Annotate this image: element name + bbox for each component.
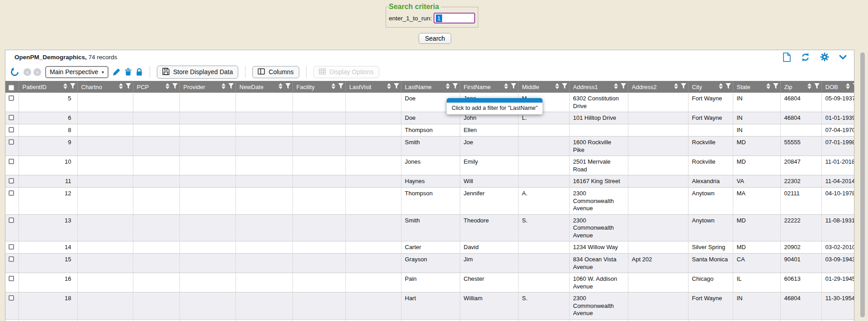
sort-icon[interactable]: [846, 83, 850, 90]
column-header-State[interactable]: State: [733, 81, 780, 93]
select-all-checkbox[interactable]: [9, 85, 14, 90]
sort-icon[interactable]: [766, 83, 770, 90]
row-checkbox[interactable]: [9, 256, 14, 262]
table-row: 5DoeJaneM.6302 Constitution DriveFort Wa…: [5, 93, 854, 112]
filter-icon[interactable]: [338, 83, 344, 90]
filter-icon[interactable]: [773, 83, 778, 90]
row-checkbox[interactable]: [9, 159, 14, 164]
column-header-Address1[interactable]: Address1: [569, 81, 628, 93]
sort-icon[interactable]: [387, 83, 391, 90]
filter-icon[interactable]: [70, 83, 75, 90]
enter-1-to-run-input[interactable]: 1: [434, 13, 475, 24]
filter-icon[interactable]: [285, 83, 291, 90]
cell-PCP: [133, 156, 179, 175]
filter-icon[interactable]: [621, 83, 626, 90]
filter-icon[interactable]: [853, 83, 855, 90]
perspective-select[interactable]: Main Perspective ▾: [45, 66, 108, 78]
column-header-Facility[interactable]: Facility: [292, 81, 345, 93]
row-checkbox[interactable]: [9, 295, 14, 301]
sort-icon[interactable]: [222, 83, 226, 90]
cell-FirstName: Joe: [460, 137, 518, 156]
cell-FirstName: David: [460, 241, 518, 254]
sort-icon[interactable]: [119, 83, 123, 90]
cell-Facility: [292, 241, 345, 254]
cell-Address2: [628, 241, 688, 254]
chevron-down-icon[interactable]: [839, 55, 847, 60]
cell-PatientID: 15: [19, 254, 77, 273]
cell-State: MD: [733, 156, 780, 175]
sort-icon[interactable]: [331, 83, 335, 90]
cell-NewDate: [236, 319, 292, 321]
column-header-LastVisit[interactable]: LastVisit: [345, 81, 401, 93]
sort-icon[interactable]: [63, 83, 67, 90]
filter-icon[interactable]: [228, 83, 234, 90]
cell-Provider: [179, 93, 236, 112]
columns-button[interactable]: Columns: [252, 66, 299, 78]
back-icon[interactable]: ‹: [24, 68, 31, 76]
column-header-NewDate[interactable]: NewDate: [236, 81, 292, 93]
cell-LastVisit: [345, 137, 401, 156]
vertical-scrollbar-thumb[interactable]: [860, 52, 865, 317]
filter-icon[interactable]: [172, 83, 178, 90]
column-header-Middle[interactable]: Middle: [518, 81, 569, 93]
cell-Chartno: [77, 273, 133, 293]
column-header-Address2[interactable]: Address2: [628, 81, 688, 93]
column-header-City[interactable]: City: [688, 81, 733, 93]
cell-Provider: [179, 214, 236, 241]
row-checkbox[interactable]: [9, 139, 14, 145]
column-header-Provider[interactable]: Provider: [179, 81, 236, 93]
sort-icon[interactable]: [504, 83, 508, 90]
row-checkbox[interactable]: [9, 127, 14, 132]
new-document-icon[interactable]: [783, 52, 791, 62]
column-header-DOB[interactable]: DOB: [821, 81, 854, 93]
lock-icon[interactable]: [136, 68, 143, 76]
row-checkbox[interactable]: [9, 276, 14, 281]
floppy-icon: [162, 68, 170, 76]
filter-icon[interactable]: [681, 83, 686, 90]
forward-icon[interactable]: ›: [33, 68, 41, 76]
row-checkbox[interactable]: [9, 95, 14, 101]
cell-Facility: [292, 93, 345, 112]
filter-icon[interactable]: [726, 83, 731, 90]
filter-tooltip[interactable]: Click to add a filter for "LastName": [447, 98, 542, 114]
cell-State: MD: [733, 241, 780, 254]
sort-icon[interactable]: [674, 83, 678, 90]
cell-Middle: S.: [518, 214, 569, 241]
row-checkbox[interactable]: [9, 217, 14, 223]
column-header-LastName[interactable]: LastName: [401, 81, 460, 93]
column-header-Chartno[interactable]: Chartno: [77, 81, 133, 93]
sort-icon[interactable]: [555, 83, 559, 90]
cell-PatientID: 8: [19, 124, 77, 137]
sort-icon[interactable]: [807, 83, 811, 90]
sort-icon[interactable]: [165, 83, 170, 90]
undo-icon[interactable]: [10, 67, 19, 77]
sort-icon[interactable]: [278, 83, 283, 90]
filter-icon[interactable]: [126, 83, 131, 90]
column-header-PatientID[interactable]: PatientID: [19, 81, 77, 93]
sort-icon[interactable]: [446, 83, 450, 90]
refresh-icon[interactable]: [801, 52, 810, 62]
filter-icon[interactable]: [562, 83, 567, 90]
pencil-icon[interactable]: [113, 68, 121, 76]
column-header-Zip[interactable]: Zip: [780, 81, 821, 93]
column-header-PCP[interactable]: PCP: [133, 81, 179, 93]
cell-Facility: [292, 188, 345, 215]
cell-Address1: 16167 King Street: [569, 175, 628, 188]
column-header-FirstName[interactable]: FirstName: [460, 81, 518, 93]
trash-icon[interactable]: [125, 68, 132, 76]
cell-Middle: [518, 241, 569, 254]
filter-icon[interactable]: [814, 83, 820, 90]
filter-icon[interactable]: [394, 83, 399, 90]
cell-NewDate: [236, 254, 292, 273]
row-checkbox[interactable]: [9, 178, 14, 184]
sort-icon[interactable]: [719, 83, 723, 90]
row-checkbox[interactable]: [9, 115, 14, 120]
sort-icon[interactable]: [614, 83, 618, 90]
gear-icon[interactable]: [820, 52, 829, 61]
store-displayed-data-button[interactable]: Store Displayed Data: [157, 66, 238, 79]
search-button[interactable]: Search: [419, 33, 451, 44]
filter-icon[interactable]: [511, 83, 516, 90]
row-checkbox[interactable]: [9, 190, 14, 196]
filter-icon[interactable]: [453, 83, 458, 90]
row-checkbox[interactable]: [9, 244, 14, 250]
